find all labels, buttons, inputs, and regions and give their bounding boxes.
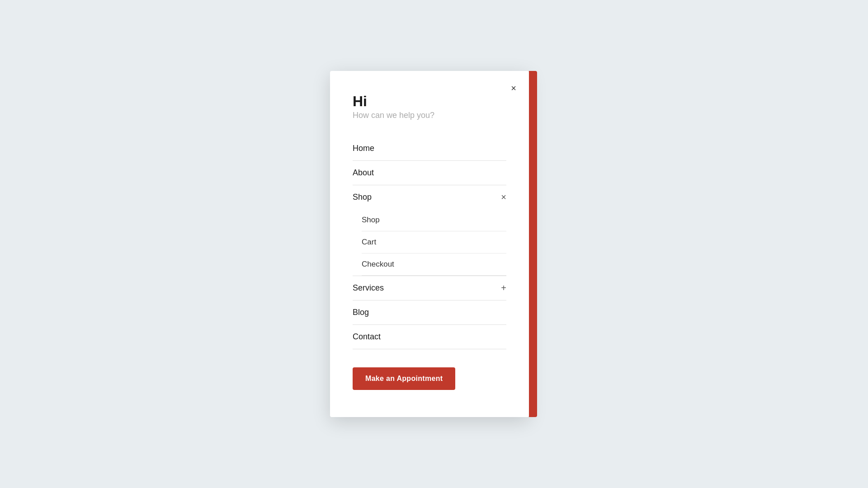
sub-nav-link-cart[interactable]: Cart	[362, 231, 506, 253]
shop-toggle-icon: ×	[501, 192, 506, 202]
nav-label-blog: Blog	[353, 308, 369, 317]
nav-link-blog[interactable]: Blog	[353, 300, 506, 324]
nav-label-services: Services	[353, 283, 384, 293]
red-accent-bar	[529, 71, 537, 417]
nav-label-contact: Contact	[353, 332, 381, 342]
sub-nav-item-shop: Shop	[362, 209, 506, 231]
sub-nav-label-cart: Cart	[362, 238, 376, 247]
page-background: × Hi How can we help you? Home About	[0, 0, 868, 488]
sub-nav-link-shop[interactable]: Shop	[362, 209, 506, 231]
nav-label-home: Home	[353, 144, 374, 153]
nav-item-contact: Contact	[353, 325, 506, 349]
sub-nav-link-checkout[interactable]: Checkout	[362, 253, 506, 275]
close-button[interactable]: ×	[509, 82, 518, 94]
make-appointment-button[interactable]: Make an Appointment	[353, 367, 455, 390]
modal: × Hi How can we help you? Home About	[330, 71, 529, 417]
nav-item-shop: Shop × Shop Cart	[353, 185, 506, 276]
greeting-section: Hi How can we help you?	[353, 94, 506, 120]
nav-link-about[interactable]: About	[353, 161, 506, 185]
services-toggle-icon: +	[501, 283, 506, 292]
modal-wrapper: × Hi How can we help you? Home About	[330, 71, 538, 417]
nav-item-home: Home	[353, 136, 506, 161]
sub-nav-item-checkout: Checkout	[362, 253, 506, 276]
sub-nav-label-checkout: Checkout	[362, 260, 394, 269]
nav-list: Home About Shop ×	[353, 136, 506, 349]
greeting-subtitle: How can we help you?	[353, 111, 506, 120]
nav-link-services[interactable]: Services +	[353, 276, 506, 300]
nav-item-blog: Blog	[353, 300, 506, 325]
nav-link-home[interactable]: Home	[353, 136, 506, 160]
nav-label-about: About	[353, 168, 374, 178]
nav-item-about: About	[353, 161, 506, 185]
nav-link-shop[interactable]: Shop ×	[353, 185, 506, 209]
nav-link-contact[interactable]: Contact	[353, 325, 506, 349]
shop-sub-nav: Shop Cart Checkout	[353, 209, 506, 276]
greeting-hi: Hi	[353, 94, 506, 109]
nav-item-services: Services +	[353, 276, 506, 300]
sub-nav-item-cart: Cart	[362, 231, 506, 253]
sub-nav-label-shop: Shop	[362, 216, 380, 225]
nav-label-shop: Shop	[353, 192, 372, 202]
